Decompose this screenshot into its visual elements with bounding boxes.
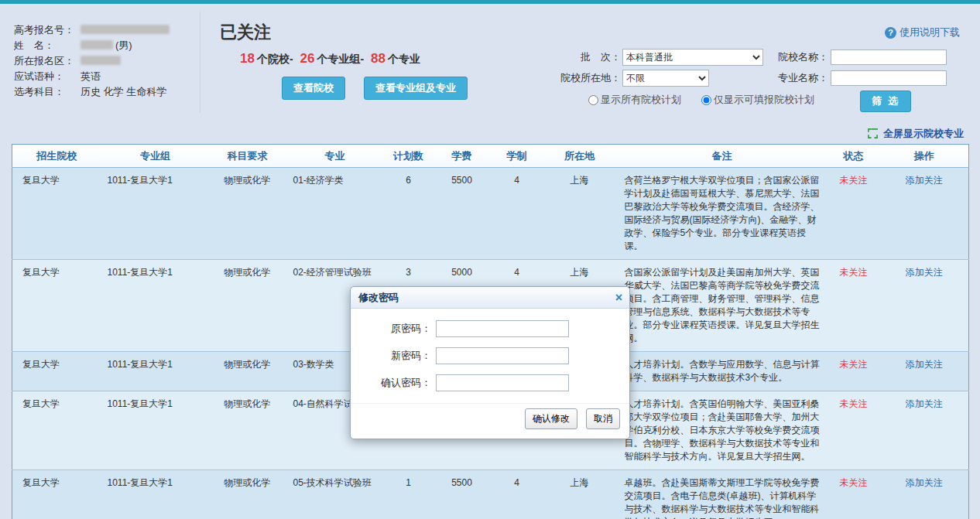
add-follow-link[interactable]: 添加关注 — [906, 398, 943, 409]
column-header: 科目要求 — [210, 145, 286, 168]
confirm-change-button[interactable]: 确认修改 — [525, 408, 577, 429]
profile-field-label: 所在报名区： — [14, 53, 81, 69]
column-header: 备注 — [617, 145, 828, 168]
view-groups-button[interactable]: 查看专业组及专业 — [364, 77, 468, 100]
remark-cell: 含国家公派留学计划及赴美国南加州大学、英国华威大学、法国巴黎高等商学院等校免学费… — [617, 260, 828, 352]
profile-field: 选考科目： 历史 化学 生命科学 — [14, 84, 194, 100]
fullscreen-link-label: 全屏显示院校专业 — [883, 128, 964, 139]
subjects-cell: 物理或化学 — [210, 470, 286, 519]
add-follow-link[interactable]: 添加关注 — [906, 267, 943, 278]
column-header: 专业组 — [101, 145, 210, 168]
table-row: 复旦大学 1011-复旦大学1 物理或化学 01-经济学类 6 5500 4 上… — [12, 168, 969, 260]
confirm-password-input[interactable] — [436, 374, 569, 391]
remark-cell: 人才培养计划。含英国伯明翰大学、美国亚利桑那大学双学位项目；含赴美国耶鲁大学、加… — [617, 391, 828, 470]
college-cell: 复旦大学 — [12, 391, 101, 470]
profile-field: 所在报名区： — [14, 53, 194, 69]
view-colleges-button[interactable]: 查看院校 — [282, 77, 345, 100]
dialog-footer: 确认修改 取消 — [351, 403, 629, 439]
header-divider — [200, 12, 200, 113]
followed-stats: 18个院校- 26个专业组- 88个专业 — [240, 51, 468, 67]
cancel-button[interactable]: 取消 — [586, 408, 620, 429]
college-name-label: 院校名称： — [768, 50, 828, 64]
new-password-input[interactable] — [436, 347, 569, 364]
dialog-body: 原密码： 新密码： 确认密码： — [351, 309, 629, 403]
table-header-row: 招生院校 专业组 科目要求 专业 计划数 学费 学制 所在地 备注 状态 操作 — [12, 145, 969, 168]
help-link[interactable]: ? 使用说明下载 — [885, 26, 960, 39]
stat-unit: 个专业组- — [317, 53, 364, 65]
add-follow-link[interactable]: 添加关注 — [906, 175, 943, 186]
major-name-label: 专业名称： — [768, 71, 828, 85]
password-field-row: 原密码： — [371, 320, 609, 337]
column-header: 所在地 — [543, 145, 617, 168]
radio-show-all[interactable]: 显示所有院校计划 — [588, 93, 681, 107]
major-cell: 05-技术科学试验班 — [286, 470, 385, 519]
password-field-label: 新密码： — [371, 349, 431, 363]
redacted-value — [81, 25, 170, 34]
subjects-cell: 物理或化学 — [210, 260, 286, 352]
fullscreen-link[interactable]: 全屏显示院校专业 — [12, 124, 968, 144]
plan-cell: 6 — [385, 168, 433, 260]
action-cell: 添加关注 — [880, 352, 969, 391]
remark-cell: 含荷兰格罗宁根大学双学位项目；含国家公派留学计划及赴德国哥廷根大学、慕尼黑大学、… — [617, 168, 828, 260]
followed-stat: 26个专业组- — [300, 53, 368, 65]
stat-number: 18 — [240, 51, 255, 66]
header: 高考报名号： 姓 名： (男) 所在报名区： 应试语种： 英语 选考科目： 历史… — [0, 4, 980, 124]
profile-field-value: 历史 化学 生命科学 — [81, 86, 166, 97]
location-select[interactable]: 不限 — [622, 70, 709, 87]
action-cell: 添加关注 — [880, 470, 969, 519]
password-field-label: 确认密码： — [371, 376, 431, 390]
subjects-cell: 物理或化学 — [210, 352, 286, 391]
redacted-value — [81, 40, 113, 50]
group-cell: 1011-复旦大学1 — [101, 391, 210, 470]
years-cell: 4 — [492, 168, 543, 260]
status-cell: 未关注 — [828, 260, 880, 352]
followed-stat: 18个院校- — [240, 53, 297, 65]
close-icon[interactable]: × — [615, 287, 622, 309]
group-cell: 1011-复旦大学1 — [101, 168, 210, 260]
status-cell: 未关注 — [828, 352, 880, 391]
major-cell: 01-经济学类 — [286, 168, 385, 260]
add-follow-link[interactable]: 添加关注 — [906, 477, 943, 488]
radio-show-available-input[interactable] — [701, 95, 711, 105]
college-name-input[interactable] — [831, 50, 947, 65]
column-header: 专业 — [286, 145, 385, 168]
filter-row-1: 批 次： 本科普通批 院校名称： — [554, 49, 945, 66]
column-header: 学制 — [492, 145, 543, 168]
dialog-title: 修改密码 — [358, 292, 399, 303]
remark-cell: 人才培养计划。含数学与应用数学、信息与计算科学、数据科学与大数据技术3个专业。 — [617, 352, 828, 391]
major-name-input[interactable] — [831, 70, 947, 86]
add-follow-link[interactable]: 添加关注 — [906, 359, 943, 370]
followed-stat: 88个专业 — [371, 53, 424, 65]
subjects-cell: 物理或化学 — [210, 168, 286, 260]
followed-buttons: 查看院校 查看专业组及专业 — [282, 77, 468, 100]
profile-panel: 高考报名号： 姓 名： (男) 所在报名区： 应试语种： 英语 选考科目： 历史… — [14, 22, 194, 100]
password-field-row: 新密码： — [371, 347, 609, 364]
radio-show-all-input[interactable] — [588, 95, 598, 105]
table-row: 复旦大学 1011-复旦大学1 物理或化学 05-技术科学试验班 1 5500 … — [12, 470, 969, 519]
location-cell: 上海 — [543, 168, 617, 260]
column-header: 学费 — [433, 145, 492, 168]
column-header: 操作 — [880, 145, 969, 168]
column-header: 状态 — [828, 145, 880, 168]
batch-select[interactable]: 本科普通批 — [622, 49, 763, 66]
filter-button[interactable]: 筛 选 — [860, 90, 911, 112]
old-password-input[interactable] — [436, 320, 569, 337]
group-cell: 1011-复旦大学1 — [101, 260, 210, 352]
stat-unit: 个专业 — [388, 53, 420, 65]
status-cell: 未关注 — [828, 168, 880, 260]
action-cell: 添加关注 — [880, 168, 969, 260]
tuition-cell: 5500 — [433, 470, 492, 519]
stat-unit: 个院校- — [257, 53, 293, 65]
profile-field-label: 选考科目： — [14, 84, 81, 100]
status-cell: 未关注 — [828, 391, 880, 470]
subjects-cell: 物理或化学 — [210, 391, 286, 470]
profile-field-label: 高考报名号： — [14, 22, 81, 38]
question-icon: ? — [885, 27, 896, 39]
profile-field-value: (男) — [115, 39, 132, 51]
profile-field: 姓 名： (男) — [14, 38, 194, 53]
profile-field-label: 应试语种： — [14, 69, 81, 84]
followed-title: 已关注 — [220, 21, 468, 44]
filter-row-2: 院校所在地： 不限 专业名称： — [554, 70, 945, 87]
radio-show-available[interactable]: 仅显示可填报院校计划 — [701, 93, 814, 107]
radio-show-available-label: 仅显示可填报院校计划 — [714, 93, 814, 107]
